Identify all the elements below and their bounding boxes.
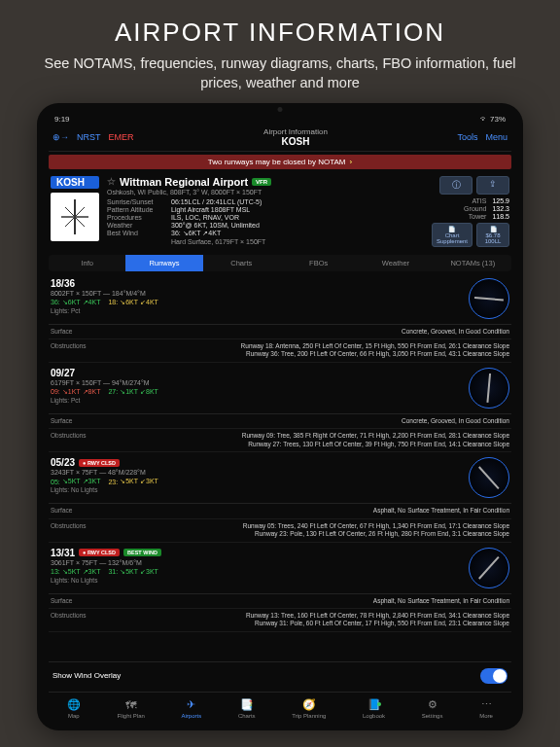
nav-label: Trip Planning [292,713,326,719]
tab-bar: InfoRunwaysChartsFBOsWeatherNOTAMs (13) [49,255,511,271]
runway-list[interactable]: 18/36 8002FT × 150FT — 184°M/4°M 36:↘6KT… [49,273,511,661]
tab-weather[interactable]: Weather [357,255,434,271]
wind-row: 31:↘5KT↙3KT [108,568,158,576]
airport-diagram-thumb[interactable] [51,193,99,241]
tab-runways[interactable]: Runways [125,255,202,271]
runway-id: 18/36 [51,278,75,289]
runway-row[interactable]: 18/36 8002FT × 150FT — 184°M/4°M 36:↘6KT… [49,273,511,325]
kv-value: Light Aircraft 1808FT MSL [171,206,424,213]
runway-id: 13/31 [51,548,75,558]
nav-trip-planning[interactable]: 🧭Trip Planning [292,698,326,719]
runway-lights: Lights: Pct [51,397,461,404]
clock: 9:19 [54,115,70,124]
notam-alert[interactable]: Two runways may be closed by NOTAM [49,155,511,169]
compass-icon [469,548,509,588]
runway-row[interactable]: 05/23● RWY CLSD 3243FT × 75FT — 48°M/228… [49,452,511,504]
wind-row: 13:↘5KT↗3KT [51,568,100,576]
tablet-frame: 9:19 ᯤ 73% ⊕→ NRST EMER Airport Informat… [37,103,523,730]
nav-logbook[interactable]: 📘Logbook [363,698,385,719]
emer-button[interactable]: EMER [109,132,134,142]
info-chip[interactable]: 📄ChartSupplement [432,223,472,247]
obstructions-row: ObstructionsRunway 09: Tree, 385 Ft Righ… [49,429,511,452]
runway-id: 09/27 [51,368,75,378]
closed-badge: ● RWY CLSD [79,459,120,467]
kv-label: Pattern Altitude [107,206,165,213]
nav-label: Map [68,713,80,719]
freq-label: ATIS [464,197,486,204]
runway-lights: Lights: No Lights [51,486,461,493]
direct-to-icon[interactable]: ⊕→ [52,132,69,142]
bestwind-badge: BEST WIND [123,549,161,556]
hero-title: AIRPORT INFORMATION [29,18,531,48]
surface-row: SurfaceAsphalt, No Surface Treatment, In… [49,594,511,609]
nav-airports[interactable]: ✈Airports [182,698,202,719]
nav-settings[interactable]: ⚙Settings [422,698,443,719]
nav-label: Charts [238,713,256,719]
compass-icon [469,278,509,319]
best-surface: Hard Surface, 6179FT × 150FT [171,238,424,245]
info-chip[interactable]: 📄$6.78100LL [476,223,509,247]
runway-dims: 6179FT × 150FT — 94°M/274°M [51,379,461,386]
wind-row: 36:↘6KT↗4KT [51,299,100,306]
wind-overlay-toggle[interactable] [480,668,508,684]
nav-icon: 🌐 [67,698,81,712]
tab-info[interactable]: Info [49,255,125,271]
nav-icon: 🧭 [302,698,316,712]
closed-badge: ● RWY CLSD [79,549,120,556]
wind-row: 05:↘5KT↗3KT [51,478,100,485]
kv-value: 06:15LCL / 20:41LCL (UTC-5) [171,198,424,205]
obstructions-row: ObstructionsRunway 18: Antenna, 250 Ft L… [49,339,511,363]
favorite-star-icon[interactable]: ☆ [107,176,116,187]
nav-label: Settings [422,713,443,719]
surface-row: SurfaceConcrete, Grooved, In Good Condit… [49,414,511,429]
nav-more[interactable]: ⋯More [479,698,493,719]
runway-row[interactable]: 09/27 6179FT × 150FT — 94°M/274°M 09:↘1K… [49,363,511,414]
nav-charts[interactable]: 📑Charts [238,698,256,719]
runway-dims: 3061FT × 75FT — 132°M/6°M [51,559,461,566]
nav-icon: 🗺 [124,698,138,712]
freq-value: 132.3 [492,205,509,212]
nav-label: Logbook [363,713,385,719]
freq-value: 118.5 [492,213,509,220]
kv-label: Weather [107,222,165,229]
nav-icon: ✈ [185,698,198,712]
tab-fbos[interactable]: FBOs [280,255,357,271]
hero-subtitle: See NOTAMS, frequencies, runway diagrams… [29,53,531,93]
obstructions-row: ObstructionsRunway 05: Trees, 240 Ft Lef… [49,519,511,543]
vfr-badge: VFR [252,178,271,186]
wind-row: 23:↘5KT↙3KT [108,478,158,485]
wind-row: 09:↘1KT↗8KT [51,388,100,396]
screen-subtitle: Airport Information [263,127,328,136]
airport-location: Oshkosh, WI Public, 808FT, 3° W, 8000FT … [107,189,424,196]
status-bar: 9:19 ᯤ 73% [49,113,511,125]
runway-dims: 3243FT × 75FT — 48°M/228°M [51,469,461,476]
tab-notams[interactable]: NOTAMs (13) [435,255,511,271]
screen-title: KOSH [263,136,328,147]
kv-value: 36: ↘6KT ↗4KT [171,230,424,237]
wind-row: 18:↘6KT↙4KT [108,299,158,306]
airport-code-badge: KOSH [51,176,99,189]
info-chip[interactable]: ⓘ [439,176,472,195]
tools-button[interactable]: Tools [457,132,477,142]
nrst-button[interactable]: NRST [77,132,101,142]
nav-label: More [479,713,493,719]
runway-dims: 8002FT × 150FT — 184°M/4°M [51,290,461,297]
surface-row: SurfaceAsphalt, No Surface Treatment, In… [49,504,511,518]
share-chip[interactable]: ⇪ [476,176,509,195]
freq-label: Ground [464,205,486,212]
bottom-nav: 🌐Map🗺Flight Plan✈Airports📑Charts🧭Trip Pl… [49,692,511,721]
tab-charts[interactable]: Charts [203,255,280,271]
surface-row: SurfaceConcrete, Grooved, In Good Condit… [49,325,511,339]
airport-header: KOSH ☆ Wittman Regional Airport VFR Oshk… [49,172,511,253]
runway-row[interactable]: 13/31● RWY CLSDBEST WIND 3061FT × 75FT —… [49,543,511,594]
runway-id: 05/23 [51,457,75,468]
kv-label: Sunrise/Sunset [107,198,165,205]
nav-icon: ⋯ [479,698,493,712]
runway-lights: Lights: No Lights [51,577,461,584]
kv-value: ILS, LOC, RNAV, VOR [171,214,424,221]
menu-button[interactable]: Menu [485,132,508,142]
runway-lights: Lights: Pct [51,307,461,314]
nav-map[interactable]: 🌐Map [67,698,81,719]
nav-flight-plan[interactable]: 🗺Flight Plan [118,698,145,719]
freq-label: Tower [464,213,486,220]
